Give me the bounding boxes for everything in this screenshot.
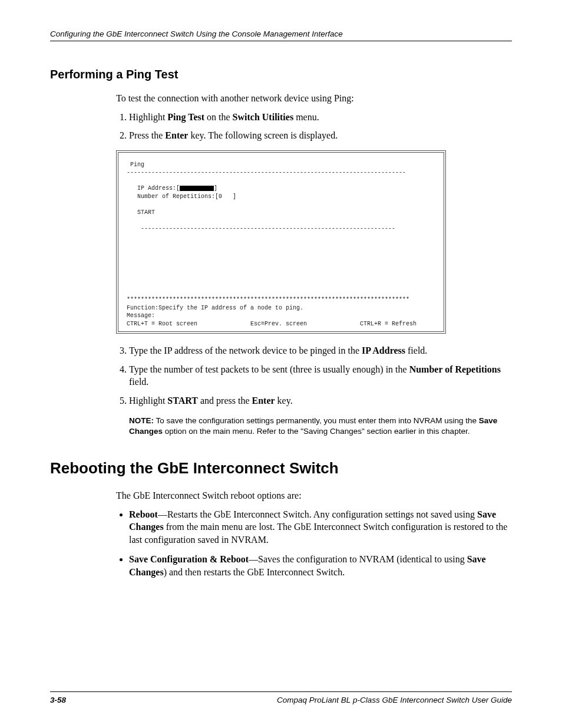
bullet-reboot: Reboot—Restarts the GbE Interconnect Swi… <box>129 508 512 546</box>
b2-text1: —Saves the configuration to NVRAM (ident… <box>249 554 467 564</box>
term-title: Ping <box>123 162 144 168</box>
b2-text2: ) and then restarts the GbE Interconnect… <box>164 567 345 577</box>
step1-bold2: Switch Utilities <box>233 112 294 122</box>
step-2: Press the Enter key. The following scree… <box>129 129 512 142</box>
step4-textA: Type the number of test packets to be se… <box>129 364 409 374</box>
step2-textB: key. The following screen is displayed. <box>188 130 338 140</box>
term-help-right: CTRL+R = Refresh <box>360 321 416 327</box>
term-rep-line: Number of Repetitions:[0 ] <box>123 193 236 200</box>
step3-bold: IP Address <box>362 345 405 355</box>
term-dash2: ----------------------------------------… <box>123 225 395 232</box>
step-3: Type the IP address of the network devic… <box>129 344 512 357</box>
intro-reboot: The GbE Interconnect Switch reboot optio… <box>116 489 512 502</box>
term-ip-close: ] <box>214 185 217 192</box>
step5-textB: and press the <box>198 396 252 406</box>
term-cursor-icon <box>180 186 214 191</box>
page-number: 3-58 <box>50 696 66 704</box>
b1-bold1: Reboot <box>129 509 158 519</box>
step5-bold2: Enter <box>252 396 275 406</box>
step1-textA: Highlight <box>129 112 167 122</box>
b1-text1: —Restarts the GbE Interconnect Switch. A… <box>158 509 477 519</box>
step-1: Highlight Ping Test on the Switch Utilit… <box>129 111 512 124</box>
term-start: START <box>123 209 155 216</box>
intro-ping: To test the connection with another netw… <box>116 92 512 105</box>
step1-textC: menu. <box>293 112 319 122</box>
term-stars: ****************************************… <box>123 297 409 303</box>
step-5: Highlight START and press the Enter key. <box>129 394 512 407</box>
term-func: Function:Specify the IP address of a nod… <box>123 305 303 311</box>
section-title-reboot: Rebooting the GbE Interconnect Switch <box>50 459 512 477</box>
step4-textB: field. <box>129 377 148 387</box>
term-msg: Message: <box>123 312 155 319</box>
step1-bold1: Ping Test <box>167 112 204 122</box>
step2-textA: Press the <box>129 130 165 140</box>
term-dash1: ----------------------------------------… <box>123 169 406 176</box>
book-title: Compaq ProLiant BL p-Class GbE Interconn… <box>277 696 512 704</box>
note-body2: option on the main menu. Refer to the "S… <box>163 427 470 436</box>
running-header: Configuring the GbE Interconnect Switch … <box>50 29 512 41</box>
note-body1: To save the configuration settings perma… <box>154 416 479 425</box>
term-ip-label: IP Address:[ <box>123 185 180 192</box>
page-footer: 3-58 Compaq ProLiant BL p-Class GbE Inte… <box>50 691 512 704</box>
note-label: NOTE: <box>129 416 154 425</box>
b2-bold1: Save Configuration & Reboot <box>129 554 249 564</box>
terminal-screenshot: Ping -----------------------------------… <box>116 150 446 334</box>
bullet-saveconfig: Save Configuration & Reboot—Saves the co… <box>129 553 512 578</box>
term-help-mid: Esc=Prev. screen <box>250 321 307 327</box>
section-title-ping: Performing a Ping Test <box>50 68 512 81</box>
step3-textB: field. <box>405 345 427 355</box>
b1-text2: from the main menu are lost. The GbE Int… <box>129 522 507 545</box>
step-4: Type the number of test packets to be se… <box>129 363 512 388</box>
step4-bold: Number of Repetitions <box>409 364 501 374</box>
step5-textC: key. <box>275 396 293 406</box>
step5-bold1: START <box>167 396 198 406</box>
term-help-left: CTRL+T = Root screen <box>123 321 197 327</box>
step3-textA: Type the IP address of the network devic… <box>129 345 362 355</box>
step1-textB: on the <box>204 112 233 122</box>
note-block: NOTE: To save the configuration settings… <box>129 416 512 437</box>
step5-textA: Highlight <box>129 396 167 406</box>
step2-bold: Enter <box>165 130 188 140</box>
